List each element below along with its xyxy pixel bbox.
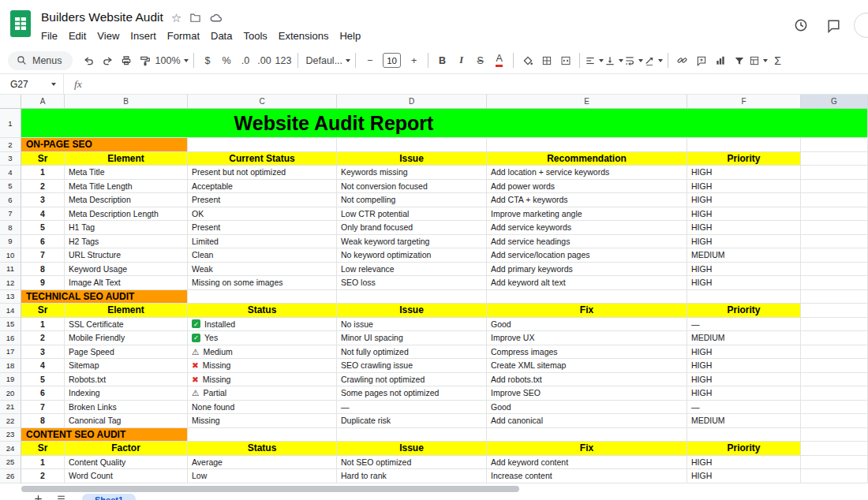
cell[interactable] [801, 304, 868, 318]
paint-format-button[interactable] [137, 51, 155, 70]
sheet-tab[interactable]: Sheet1 [82, 494, 136, 500]
cell[interactable]: Good [487, 318, 687, 332]
table-header-cell[interactable]: Fix [487, 304, 687, 318]
menu-format[interactable]: Format [162, 28, 205, 43]
cell[interactable] [801, 138, 868, 152]
all-sheets-icon[interactable] [56, 494, 66, 500]
cell[interactable] [687, 290, 801, 304]
increase-font-size-button[interactable]: + [405, 51, 423, 70]
horizontal-align-dropdown[interactable] [585, 51, 604, 70]
text-color-button[interactable]: A [490, 51, 508, 70]
cell[interactable] [801, 331, 868, 345]
sr-cell[interactable]: 2 [21, 469, 65, 483]
cell[interactable]: Increase content [487, 469, 687, 483]
cell[interactable] [337, 290, 487, 304]
redo-button[interactable] [99, 51, 117, 70]
cell[interactable]: ✓Yes [188, 331, 337, 345]
cell[interactable]: Create XML sitemap [487, 359, 687, 373]
cell[interactable]: Low [188, 469, 337, 483]
cell[interactable]: Meta Description [65, 193, 188, 207]
table-header-cell[interactable]: Priority [687, 442, 801, 456]
cell[interactable]: HIGH [687, 276, 801, 290]
cell[interactable]: Add keyword content [487, 456, 687, 470]
cell[interactable]: HIGH [687, 193, 801, 207]
cell[interactable] [188, 290, 337, 304]
row-header-5[interactable]: 5 [0, 180, 21, 194]
cell[interactable]: Improve SEO [487, 386, 687, 401]
cell[interactable] [801, 442, 868, 456]
cell[interactable] [801, 276, 868, 290]
sr-cell[interactable]: 8 [21, 414, 65, 428]
row-header-2[interactable]: 2 [0, 138, 21, 152]
cell[interactable] [188, 138, 337, 152]
strikethrough-button[interactable]: S [471, 51, 489, 70]
sr-cell[interactable]: 1 [21, 456, 65, 470]
cell[interactable] [801, 359, 868, 373]
cell[interactable]: Crawling not optimized [337, 373, 487, 387]
fill-color-button[interactable] [518, 51, 537, 70]
cell[interactable] [337, 138, 487, 152]
insert-chart-button[interactable] [711, 51, 729, 70]
cell[interactable] [801, 263, 868, 277]
zoom-dropdown[interactable]: 100% [155, 51, 189, 70]
sr-cell[interactable]: 5 [21, 373, 65, 387]
cell[interactable]: Limited [188, 235, 337, 249]
cell[interactable] [188, 428, 337, 442]
cell[interactable]: H1 Tag [65, 221, 188, 235]
cell[interactable]: MEDIUM [687, 331, 801, 345]
star-icon[interactable]: ☆ [171, 12, 181, 24]
row-header-17[interactable]: 17 [0, 345, 21, 360]
column-header-c[interactable]: C [188, 95, 337, 109]
menu-help[interactable]: Help [334, 28, 366, 43]
italic-button[interactable]: I [452, 51, 470, 70]
cell[interactable]: Low CTR potential [337, 207, 487, 222]
row-header-18[interactable]: 18 [0, 359, 21, 373]
cell[interactable]: Add robots.txt [487, 373, 687, 387]
cell[interactable]: Present [188, 221, 337, 235]
cell[interactable]: Clean [188, 248, 337, 263]
menu-tools[interactable]: Tools [238, 28, 272, 43]
table-header-cell[interactable]: Recommendation [487, 152, 687, 166]
cell[interactable]: Not conversion focused [337, 180, 487, 194]
cell[interactable]: HIGH [687, 180, 801, 194]
cell[interactable]: Add power words [487, 180, 687, 194]
row-header-20[interactable]: 20 [0, 386, 21, 401]
table-header-cell[interactable]: Priority [687, 304, 801, 318]
table-header-cell[interactable]: Sr [21, 304, 65, 318]
table-views-dropdown[interactable] [749, 51, 768, 70]
cell[interactable] [337, 428, 487, 442]
cell[interactable]: HIGH [687, 221, 801, 235]
add-sheet-icon[interactable] [33, 494, 43, 500]
borders-button[interactable] [537, 51, 556, 70]
cell[interactable] [801, 456, 868, 470]
cell[interactable]: Low relevance [337, 263, 487, 277]
column-header-e[interactable]: E [487, 95, 687, 109]
table-header-cell[interactable]: Element [65, 304, 188, 318]
row-header-26[interactable]: 26 [0, 469, 21, 483]
sr-cell[interactable]: 8 [21, 263, 65, 277]
sr-cell[interactable]: 7 [21, 401, 65, 415]
format-percent-button[interactable]: % [218, 51, 236, 70]
section-title-cell[interactable]: TECHNICAL SEO AUDIT [21, 290, 188, 304]
row-header-12[interactable]: 12 [0, 276, 21, 290]
cell[interactable] [687, 138, 801, 152]
cell[interactable]: Present but not optimized [188, 166, 337, 180]
cell[interactable]: H2 Tags [65, 235, 188, 249]
table-header-cell[interactable]: Status [188, 442, 337, 456]
cell[interactable]: Meta Title Length [65, 180, 188, 194]
cell[interactable] [687, 428, 801, 442]
cell[interactable] [801, 401, 868, 415]
sr-cell[interactable]: 6 [21, 235, 65, 249]
cell[interactable]: Missing [188, 414, 337, 428]
cell[interactable]: MEDIUM [687, 414, 801, 428]
row-header-22[interactable]: 22 [0, 414, 21, 428]
table-header-cell[interactable]: Sr [21, 442, 65, 456]
undo-button[interactable] [80, 51, 98, 70]
format-currency-button[interactable]: $ [199, 51, 217, 70]
row-header-7[interactable]: 7 [0, 207, 21, 222]
sr-cell[interactable]: 5 [21, 221, 65, 235]
row-header-4[interactable]: 4 [0, 166, 21, 180]
more-formats-button[interactable]: 123 [275, 51, 293, 70]
text-wrap-dropdown[interactable] [624, 51, 643, 70]
sr-cell[interactable]: 3 [21, 193, 65, 207]
